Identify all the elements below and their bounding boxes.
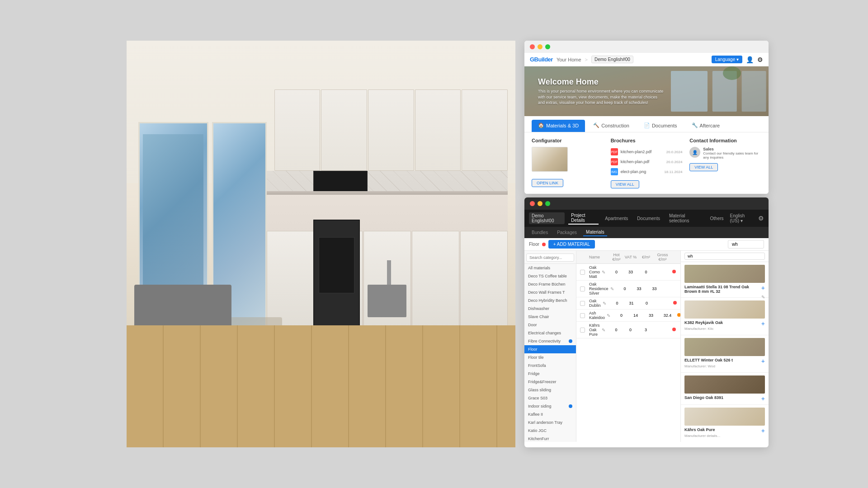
sidebar-fibre[interactable]: Fibre Connectivity (524, 337, 576, 345)
brochure-name-2: kitchen-plan.pdf (621, 160, 664, 164)
material-row-3[interactable]: Oak Dublin ✎ 0 31 0 (576, 297, 680, 310)
material-thumb-2 (684, 300, 765, 319)
edit-icon-5[interactable]: ✎ (602, 328, 605, 333)
status-dot-4 (677, 313, 680, 317)
sidebar-deco-bench[interactable]: Deco Hybridity Bench (524, 296, 576, 305)
mat-vat-4: 14 (629, 313, 642, 318)
sidebar-grace[interactable]: Grace S03 (524, 394, 576, 402)
configurator-thumbnail[interactable] (532, 147, 568, 172)
aftercare-tab-icon: 🔧 (692, 122, 698, 128)
tab-aftercare[interactable]: 🔧 Aftercare (685, 120, 726, 132)
tab-documents[interactable]: 📄 Documents (637, 120, 684, 132)
sidebar-kaflee[interactable]: Kaflee II (524, 410, 576, 418)
add-material-icon-3[interactable]: + (761, 358, 765, 364)
sidebar-all-materials[interactable]: All materials (524, 264, 576, 272)
sub-nav-bundles[interactable]: Bundles (529, 229, 551, 236)
sidebar-kitchen-furr[interactable]: KitchenFurr (524, 435, 576, 442)
material-card-2[interactable]: K382 Reykjavik Oak + Manufacturer: Klic (681, 298, 769, 335)
brochures-title: Brochures (611, 138, 683, 143)
bottom-nav-apartments[interactable]: Apartments (602, 215, 631, 222)
sidebar-floor-tile[interactable]: Floor tile (524, 353, 576, 361)
sidebar-katio[interactable]: Katio JGC (524, 427, 576, 435)
contact-view-all-button[interactable]: VIEW ALL (689, 163, 718, 171)
material-card-3[interactable]: ELLETT Winter Oak 526 t + Manufacturer: … (681, 335, 769, 373)
mat-gross-4: 32.4 (660, 313, 675, 318)
tab-construction-label: Construction (601, 123, 629, 128)
maximize-button[interactable] (545, 44, 550, 49)
minimize-button[interactable] (538, 44, 542, 49)
maximize-button-bottom[interactable] (545, 201, 550, 206)
sidebar-fridge[interactable]: Fridge (524, 370, 576, 378)
sidebar-electrical[interactable]: Electrical changes (524, 329, 576, 337)
close-button-bottom[interactable] (530, 201, 535, 206)
bottom-settings-icon[interactable]: ⚙ (758, 215, 764, 222)
edit-icon-4[interactable]: ✎ (607, 313, 610, 318)
bottom-nav-material-selections[interactable]: Material selections (666, 212, 704, 224)
bottom-nav-home[interactable]: Demo English#00 (529, 212, 565, 224)
brochure-item-2[interactable]: PDF kitchen-plan.pdf 20.0.2024 (611, 157, 683, 167)
material-row-5[interactable]: Kährs Oak Pure ✎ 0 0 3 (576, 322, 680, 338)
bottom-nav-others[interactable]: Others (708, 215, 726, 222)
sidebar-slave-chair[interactable]: Slave Chair (524, 313, 576, 321)
minimize-button-bottom[interactable] (538, 201, 542, 206)
checkbox-3[interactable] (580, 301, 585, 306)
tab-materials-label: Materials & 3D (546, 123, 579, 128)
edit-icon-2[interactable]: ✎ (610, 286, 614, 291)
sub-nav-materials[interactable]: Materials (583, 229, 607, 236)
add-material-icon-1[interactable]: + (761, 285, 765, 291)
hero-banner: Welcome Home This is your personal home … (524, 66, 769, 116)
settings-icon[interactable]: ⚙ (757, 56, 763, 63)
category-search-input[interactable] (526, 253, 574, 262)
sidebar-floor[interactable]: Floor (524, 345, 576, 353)
user-icon[interactable]: 👤 (746, 56, 754, 63)
edit-icon-3[interactable]: ✎ (603, 301, 606, 306)
checkbox-1[interactable] (580, 270, 585, 275)
mat-name-2: Oak Residence Silver (589, 282, 609, 296)
checkbox-4[interactable] (580, 313, 585, 318)
sidebar-glass-sliding[interactable]: Glass sliding (524, 386, 576, 394)
material-card-5[interactable]: Kährs Oak Pure + Manufacturer details... (681, 405, 769, 442)
right-panel-search-input[interactable] (684, 253, 765, 260)
brochures-view-all-button[interactable]: VIEW ALL (611, 180, 639, 188)
open-link-button[interactable]: OPEN LINK (532, 179, 563, 187)
sidebar-karl-anderson[interactable]: Karl anderson Tray (524, 418, 576, 427)
tab-construction[interactable]: 🔨 Construction (587, 120, 636, 132)
checkbox-2[interactable] (580, 286, 585, 291)
material-row-2[interactable]: Oak Residence Silver ✎ 0 33 33 (576, 281, 680, 297)
kitchen-scene (127, 41, 515, 447)
sidebar-door[interactable]: Door (524, 321, 576, 329)
material-row-1[interactable]: Oak Como Matt ✎ 0 33 0 (576, 264, 680, 281)
add-material-button[interactable]: + ADD MATERIAL (548, 240, 595, 249)
sub-nav-packages[interactable]: Packages (554, 229, 580, 236)
sidebar-fridge-freezer[interactable]: Fridge&Freezer (524, 378, 576, 386)
bottom-nav-project[interactable]: Project Details (568, 212, 599, 225)
bottom-nav-documents[interactable]: Documents (634, 215, 663, 222)
material-row-4[interactable]: Ash Kaleidoo ✎ 0 14 33 32.4 (576, 310, 680, 322)
breadcrumb-home[interactable]: Your Home (557, 57, 581, 62)
material-search-input[interactable] (728, 240, 764, 249)
material-card-4[interactable]: San Diego Oak 8391 + (681, 373, 769, 405)
edit-material-icon-1[interactable]: ✎ (761, 295, 765, 300)
edit-icon-1[interactable]: ✎ (602, 270, 605, 275)
tab-materials-3d[interactable]: 🏠 Materials & 3D (532, 120, 585, 132)
project-select[interactable]: Demo English#00 (591, 56, 633, 63)
sidebar-indoor-siding[interactable]: Indoor siding (524, 402, 576, 410)
language-button[interactable]: Language ▾ (712, 56, 742, 63)
sidebar-deco-frame[interactable]: Deco Frame Büchen (524, 280, 576, 288)
brochure-item-3[interactable]: IMG elect-plan.png 18.11.2024 (611, 167, 683, 177)
brochure-item-1[interactable]: PDF kitchen-plan2.pdf 20.0.2024 (611, 147, 683, 157)
material-table-header: Name Hot €/m² VAT % €/m² Gross €/m² (576, 251, 680, 264)
add-material-icon-4[interactable]: + (761, 395, 765, 402)
sidebar-dishwasher[interactable]: Dishwasher (524, 305, 576, 313)
checkbox-5[interactable] (580, 328, 585, 333)
close-button[interactable] (530, 44, 535, 49)
material-card-1[interactable]: Laminaatti Stella 31 08 Trend Oak Brown … (681, 262, 769, 298)
sidebar-deco-wall[interactable]: Deco Wall Frames T (524, 288, 576, 296)
contact-name: Sales (703, 147, 761, 151)
bottom-language-select[interactable]: English (US) ▾ (730, 213, 755, 223)
contact-avatar: 👤 (689, 147, 700, 158)
sidebar-frontsofa[interactable]: FrontSofa (524, 361, 576, 370)
add-material-icon-5[interactable]: + (761, 427, 765, 434)
add-material-icon-2[interactable]: + (761, 320, 765, 327)
sidebar-deco-coffee[interactable]: Deco TS Coffee table (524, 272, 576, 280)
